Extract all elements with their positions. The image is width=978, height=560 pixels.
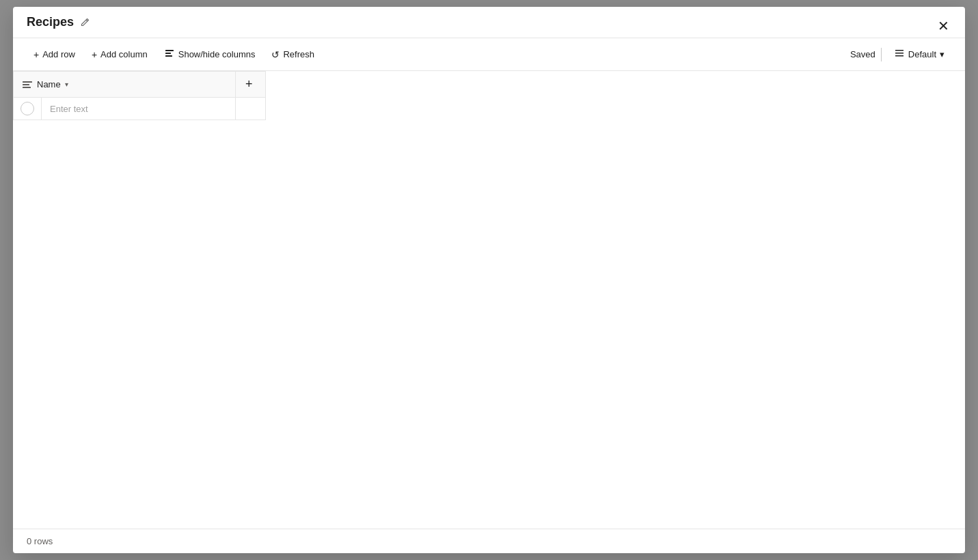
toolbar: + Add row + Add column Show/hide columns <box>13 38 965 71</box>
add-column-header[interactable]: + <box>235 72 265 98</box>
edit-icon[interactable] <box>79 17 90 28</box>
refresh-label: Refresh <box>283 49 314 59</box>
close-icon: ✕ <box>938 18 949 34</box>
rows-count-label: 0 rows <box>27 536 53 546</box>
svg-rect-2 <box>165 55 172 57</box>
close-button[interactable]: ✕ <box>932 15 954 37</box>
modal-overlay: Recipes ✕ + Add row + Add column <box>0 0 978 560</box>
default-view-button[interactable]: Default ▾ <box>887 44 951 64</box>
show-hide-columns-button[interactable]: Show/hide columns <box>157 44 262 65</box>
add-column-plus-icon: + <box>245 77 253 92</box>
row-circle-icon <box>21 102 34 115</box>
svg-rect-3 <box>895 50 904 51</box>
column-name: Name <box>37 79 61 89</box>
modal-header: Recipes ✕ <box>13 7 965 38</box>
data-table: Name ▾ + <box>13 71 266 120</box>
svg-rect-4 <box>895 53 904 54</box>
refresh-button[interactable]: ↺ Refresh <box>264 45 321 64</box>
add-column-label: Add column <box>100 49 148 59</box>
toolbar-right: Saved Default ▾ <box>850 44 951 64</box>
table-row <box>14 98 266 120</box>
svg-rect-0 <box>165 50 174 51</box>
name-cell-input[interactable] <box>42 98 235 120</box>
add-row-label: Add row <box>42 49 75 59</box>
svg-rect-5 <box>895 55 904 57</box>
svg-rect-7 <box>23 84 29 85</box>
add-column-header-button[interactable]: + <box>236 72 262 97</box>
add-col-cell <box>235 98 265 120</box>
add-column-button[interactable]: + Add column <box>85 45 154 64</box>
svg-rect-1 <box>165 53 171 54</box>
toolbar-divider <box>881 48 882 61</box>
add-column-icon: + <box>92 49 97 60</box>
table-footer: 0 rows <box>13 529 965 553</box>
chevron-down-icon: ▾ <box>940 49 945 59</box>
name-column-header[interactable]: Name ▾ <box>14 72 236 98</box>
list-icon <box>894 48 905 61</box>
name-cell <box>14 98 236 120</box>
table-area: Name ▾ + <box>13 71 965 529</box>
add-row-icon: + <box>33 49 39 60</box>
modal-title: Recipes <box>27 15 74 29</box>
column-type-icon <box>22 79 33 90</box>
show-hide-label: Show/hide columns <box>178 49 256 59</box>
column-chevron-icon: ▾ <box>65 81 68 88</box>
recipes-modal: Recipes ✕ + Add row + Add column <box>13 7 965 553</box>
add-row-button[interactable]: + Add row <box>27 45 82 64</box>
svg-rect-8 <box>23 87 31 88</box>
saved-label: Saved <box>850 49 875 59</box>
show-hide-icon <box>164 48 175 61</box>
row-selector[interactable] <box>14 98 42 120</box>
refresh-icon: ↺ <box>271 49 280 60</box>
default-label: Default <box>908 49 936 59</box>
svg-rect-6 <box>23 81 32 83</box>
